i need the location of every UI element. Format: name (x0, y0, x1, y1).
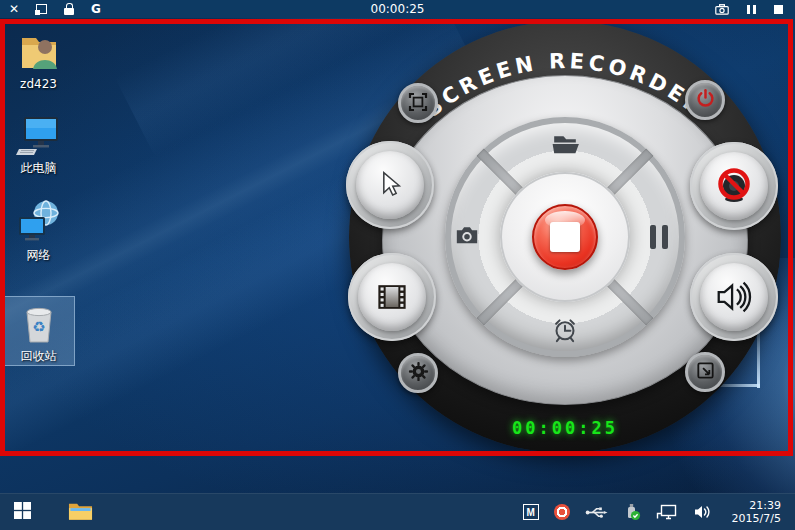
webcam-mute-button[interactable] (690, 142, 778, 230)
pause-recording-button[interactable] (642, 220, 676, 254)
webcam-muted-icon (700, 152, 768, 220)
desktop-icon-label: 此电脑 (2, 161, 75, 175)
desktop-icon-network[interactable]: 网络 (2, 199, 75, 262)
tray-volume-icon[interactable] (692, 504, 713, 520)
region-select-icon (406, 90, 430, 117)
region-select-button[interactable] (398, 83, 438, 123)
camera-icon (451, 220, 483, 255)
screen-recorder-widget: SCREEN RECORDER (349, 21, 781, 453)
taskbar-clock[interactable]: 21:39 2015/7/5 (728, 499, 785, 525)
topbar-right-controls (715, 0, 783, 18)
desktop-icon-label: zd423 (2, 77, 75, 91)
tray-safely-remove-icon[interactable] (623, 503, 641, 521)
network-globe-icon (15, 199, 63, 247)
record-dot (554, 504, 570, 520)
folder-icon (68, 501, 93, 524)
stop-recording-button[interactable] (532, 204, 598, 270)
stop-button-gloss (545, 211, 585, 229)
tray-network-icon[interactable] (656, 504, 677, 520)
film-strip-icon (358, 263, 426, 331)
topbar-timer: 00:00:25 (0, 0, 795, 18)
scheduled-recording-button[interactable] (548, 314, 582, 348)
clock-time: 21:39 (732, 499, 781, 512)
open-folder-icon (548, 127, 582, 164)
desktop-wallpaper: zd423 此电脑 (0, 18, 795, 493)
taskbar: M (0, 493, 795, 530)
gear-icon (407, 360, 430, 386)
recording-topbar: ✕ G 00:00:25 (0, 0, 795, 18)
desktop-icon-zd423[interactable]: zd423 (2, 28, 75, 91)
minimize-to-window-button[interactable] (685, 352, 725, 392)
tray-record-icon[interactable] (554, 504, 570, 520)
svg-text:♻: ♻ (32, 318, 45, 336)
speaker-icon (700, 263, 768, 331)
user-folder-icon (15, 28, 63, 76)
clock-date: 2015/7/5 (732, 512, 781, 525)
pause-icon[interactable] (747, 5, 756, 14)
settings-button[interactable] (398, 353, 438, 393)
windows-logo-icon (14, 502, 31, 522)
computer-icon (15, 112, 63, 160)
file-explorer-button[interactable] (58, 494, 102, 530)
open-folder-button[interactable] (548, 128, 582, 162)
system-tray: M (523, 499, 795, 525)
tray-m-icon[interactable]: M (523, 504, 539, 520)
tray-usb-icon[interactable] (585, 505, 608, 520)
resize-window-icon (694, 359, 717, 385)
speaker-volume-button[interactable] (690, 253, 778, 341)
mouse-cursor-icon (356, 151, 424, 219)
recycle-bin-icon: ♻ (15, 300, 63, 348)
recorder-center (500, 172, 630, 302)
screenshot-camera-icon[interactable] (715, 0, 729, 19)
desktop-icon-label: 网络 (2, 248, 75, 262)
video-files-button[interactable] (348, 253, 436, 341)
recorder-timer: 00:00:25 (349, 418, 781, 438)
stop-icon[interactable] (774, 5, 783, 14)
power-button[interactable] (685, 80, 725, 120)
desktop-icon-label: 回收站 (3, 349, 74, 363)
desktop-icon-recycle-bin[interactable]: ♻ 回收站 (2, 296, 75, 366)
dpad-separator (604, 276, 653, 325)
start-button[interactable] (0, 494, 44, 530)
screenshot-button[interactable] (450, 220, 484, 254)
screen: ✕ G 00:00:25 (0, 0, 795, 530)
pause-icon (650, 225, 668, 249)
alarm-clock-icon (548, 313, 582, 350)
power-icon (694, 87, 717, 113)
m-letter: M (523, 504, 539, 520)
show-cursor-button[interactable] (346, 141, 434, 229)
desktop-icon-this-pc[interactable]: 此电脑 (2, 112, 75, 175)
